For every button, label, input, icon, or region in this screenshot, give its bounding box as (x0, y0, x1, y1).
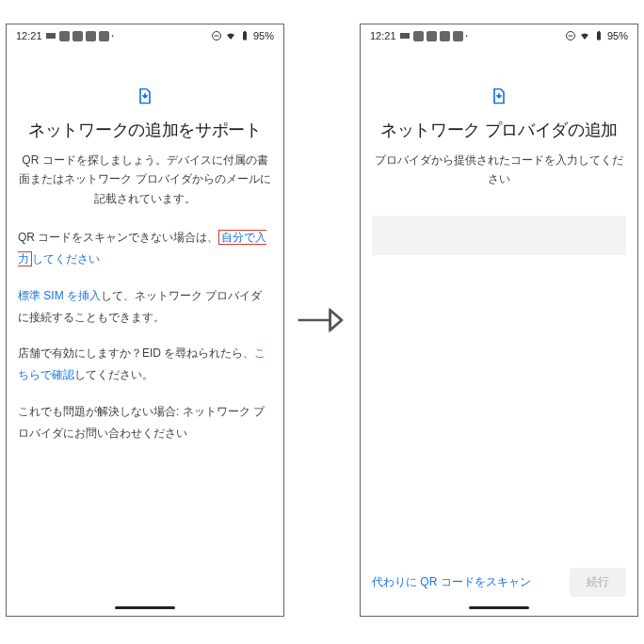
home-indicator[interactable] (361, 606, 637, 616)
code-input[interactable] (372, 216, 626, 255)
sim-download-icon (18, 87, 272, 105)
dnd-icon (211, 30, 222, 41)
paragraph-contact-provider: これでも問題が解決しない場合: ネットワーク プロバイダにお問い合わせください (18, 401, 272, 444)
dot: • (466, 33, 468, 39)
phone-screen-left: 12:21 • 95% ネットワークの追加をサポート QR コードを探しましょう… (6, 24, 284, 617)
notif-icon (86, 31, 96, 41)
battery-icon (593, 30, 604, 41)
text: QR コードをスキャンできない場合は、 (18, 231, 218, 244)
continue-button[interactable]: 続行 (570, 568, 626, 597)
page-title: ネットワークの追加をサポート (18, 119, 272, 141)
transition-arrow-icon (284, 301, 360, 339)
bottom-bar: 代わりに QR コードをスキャン 続行 (361, 558, 637, 606)
paragraph-insert-sim: 標準 SIM を挿入して、ネットワーク プロバイダに接続することもできます。 (18, 285, 272, 329)
dot: • (112, 33, 114, 39)
wifi-icon (225, 30, 236, 41)
status-right: 95% (211, 30, 274, 41)
battery-percent: 95% (253, 30, 274, 41)
svg-rect-7 (598, 31, 600, 32)
scan-qr-link[interactable]: 代わりに QR コードをスキャン (372, 574, 531, 590)
notif-icon (453, 31, 463, 41)
notif-icon (413, 31, 424, 41)
insert-sim-link[interactable]: 標準 SIM を挿入 (18, 289, 101, 302)
page-subtitle: プロバイダから提供されたコードを入力してください (372, 151, 626, 189)
wifi-icon (579, 30, 590, 41)
gmail-icon (45, 30, 56, 41)
status-left: 12:21 • (16, 30, 114, 41)
paragraph-manual-entry: QR コードをスキャンできない場合は、自分で入力してください (18, 227, 272, 270)
home-indicator[interactable] (7, 606, 283, 616)
text: してください (32, 252, 100, 266)
battery-percent: 95% (607, 30, 628, 41)
content-right: ネットワーク プロバイダの追加 プロバイダから提供されたコードを入力してください (361, 45, 637, 558)
paragraph-eid: 店舗で有効にしますか？EID を尋ねられたら、こちらで確認してください。 (18, 343, 272, 386)
svg-rect-3 (244, 31, 246, 32)
page-title: ネットワーク プロバイダの追加 (372, 119, 626, 141)
sim-download-icon (372, 87, 626, 105)
page-subtitle: QR コードを探しましょう。デバイスに付属の書面またはネットワーク プロバイダか… (18, 151, 272, 208)
status-left: 12:21 • (370, 30, 468, 41)
notif-icon (72, 31, 83, 41)
text: してください。 (74, 368, 153, 381)
phone-screen-right: 12:21 • 95% ネットワーク プロバイダの追加 プロバイダから提供された… (360, 24, 638, 617)
status-right: 95% (565, 30, 628, 41)
status-bar: 12:21 • 95% (7, 24, 283, 45)
clock: 12:21 (370, 30, 396, 41)
content-left: ネットワークの追加をサポート QR コードを探しましょう。デバイスに付属の書面ま… (7, 45, 283, 606)
battery-icon (239, 30, 250, 41)
notif-icon (440, 31, 450, 41)
gmail-icon (399, 30, 411, 41)
clock: 12:21 (16, 30, 42, 41)
notif-icon (59, 31, 70, 41)
notif-icon (99, 31, 109, 41)
svg-rect-2 (243, 32, 247, 40)
text: 店舗で有効にしますか？EID を尋ねられたら、 (18, 346, 254, 360)
status-bar: 12:21 • 95% (361, 24, 637, 45)
svg-rect-6 (597, 32, 601, 40)
dnd-icon (565, 30, 576, 41)
notif-icon (427, 31, 437, 41)
